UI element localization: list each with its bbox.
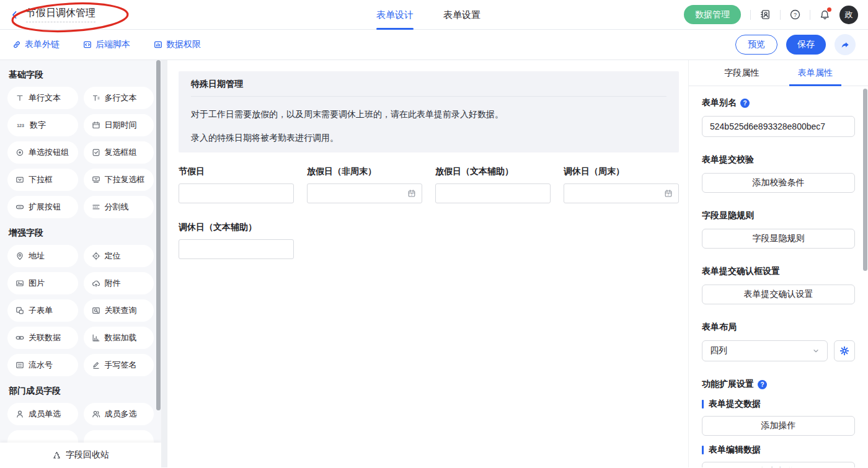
section-title: 部门成员字段	[9, 386, 153, 397]
form-alias-input[interactable]: 524b525d6e893328e800bec7	[702, 116, 855, 137]
text-input[interactable]	[435, 183, 551, 203]
field-pill-signature[interactable]: 手写签名	[84, 354, 154, 376]
divider-lines-icon	[92, 203, 100, 211]
form-toolbar: 表单外链 后端脚本 数据权限 预览 保存	[0, 30, 868, 60]
add-check-condition-button[interactable]: 添加校验条件	[702, 173, 855, 193]
calendar-7-icon: 7	[664, 189, 673, 198]
form-alias-label: 表单别名	[702, 97, 737, 108]
submit-confirm-button[interactable]: 表单提交确认设置	[702, 285, 855, 304]
field-pill-member-single[interactable]: 成员单选	[7, 403, 78, 425]
svg-text:?: ?	[794, 12, 797, 18]
canvas-field-holiday[interactable]: 节假日	[179, 166, 294, 203]
field-pill-attachment[interactable]: 附件	[84, 272, 154, 294]
backend-script-button[interactable]: 后端脚本	[83, 39, 130, 50]
card-text-line2: 录入的特殊日期将被考勤表进行调用。	[191, 131, 666, 144]
field-pill-location[interactable]: 定位	[84, 245, 154, 267]
text-input[interactable]	[179, 183, 294, 203]
calendar-7-icon: 7	[407, 189, 416, 198]
save-button[interactable]: 保存	[786, 35, 826, 55]
field-pill-radio-group[interactable]: 单选按钮组	[7, 141, 78, 164]
tab-form-design[interactable]: 表单设计	[376, 0, 414, 30]
description-card[interactable]: 特殊日期管理 对于工作日需要放假的，以及周末需要调休上班的，请在此表单提前录入好…	[179, 71, 679, 152]
add-submit-action-button[interactable]: 添加操作	[702, 416, 855, 436]
crosshair-icon	[92, 252, 100, 260]
avatar[interactable]: 政	[839, 6, 858, 24]
multiline-text-icon	[92, 94, 100, 102]
sidebar-scrollbar[interactable]	[156, 60, 161, 410]
layout-settings-button[interactable]	[834, 340, 855, 361]
field-pill-number[interactable]: 123数字	[7, 114, 78, 136]
text-input[interactable]	[179, 239, 294, 259]
field-pill-address[interactable]: 地址	[7, 245, 78, 267]
field-pill-image[interactable]: 图片	[7, 272, 78, 294]
canvas-field-workday-text[interactable]: 调休日（文本辅助）	[179, 222, 294, 259]
field-pill-select[interactable]: 下拉框	[7, 169, 78, 191]
field-pill-multiline-text[interactable]: 多行文本	[84, 87, 154, 109]
svg-text:7: 7	[668, 193, 670, 196]
address-book-icon[interactable]	[760, 9, 771, 20]
subform-icon	[16, 306, 24, 315]
form-layout-label: 表单布局	[702, 322, 855, 333]
person-icon	[16, 410, 24, 418]
add-edit-action-button[interactable]: 添加操作	[702, 462, 855, 467]
cloud-upload-icon	[92, 279, 100, 288]
canvas-field-workday-weekend[interactable]: 调休日（周末） 7	[564, 166, 679, 203]
field-pill-linked-query[interactable]: 关联查询	[84, 299, 154, 322]
divider	[810, 10, 810, 20]
radio-icon	[16, 148, 24, 157]
notification-bell-icon[interactable]	[820, 9, 830, 20]
map-pin-icon	[16, 252, 24, 260]
section-title: 基础字段	[9, 69, 153, 81]
share-button[interactable]	[835, 34, 856, 55]
panel-scrollbar[interactable]	[863, 89, 867, 271]
svg-text:123: 123	[17, 123, 24, 128]
external-link-button[interactable]: 表单外链	[12, 39, 60, 50]
help-badge-icon[interactable]: ?	[758, 380, 767, 389]
layout-select[interactable]: 四列	[702, 340, 828, 361]
button-icon	[16, 203, 24, 211]
divider	[780, 10, 781, 20]
checkbox-icon	[92, 148, 100, 157]
canvas-field-dayoff-nonweekend[interactable]: 放假日（非周末） 7	[307, 166, 422, 203]
field-pill-subform[interactable]: 子表单	[7, 299, 78, 322]
single-line-text-icon	[16, 94, 24, 102]
field-pill-datetime[interactable]: 日期时间	[84, 114, 154, 136]
field-library-sidebar: 基础字段 单行文本 多行文本 123数字 日期时间 单选按钮组 复选框组 下拉框…	[0, 60, 161, 467]
field-pill-data-load[interactable]: 数据加载	[84, 327, 154, 349]
submit-check-label: 表单提交校验	[702, 154, 855, 166]
divider	[161, 60, 167, 467]
field-pill-single-line-text[interactable]: 单行文本	[7, 87, 78, 109]
submit-confirm-label: 表单提交确认框设置	[702, 266, 855, 277]
field-pill-serial-number[interactable]: 流水号	[7, 354, 78, 376]
data-permission-button[interactable]: 数据权限	[154, 39, 201, 50]
calendar-icon	[92, 121, 100, 130]
form-title[interactable]: 节假日调休管理	[26, 7, 95, 22]
canvas-field-dayoff-text[interactable]: 放假日（文本辅助）	[435, 166, 551, 203]
field-pill-multi-select[interactable]: 下拉复选框	[84, 169, 154, 191]
field-pill-checkbox-group[interactable]: 复选框组	[84, 141, 154, 164]
divider	[191, 96, 666, 97]
form-canvas: 特殊日期管理 对于工作日需要放假的，以及周末需要调休上班的，请在此表单提前录入好…	[167, 60, 688, 467]
tab-field-properties[interactable]: 字段属性	[720, 60, 763, 86]
field-recycle-bin[interactable]: 字段回收站	[0, 443, 161, 467]
field-pill-member-multi[interactable]: 成员多选	[84, 403, 154, 425]
date-input[interactable]: 7	[307, 183, 422, 203]
permission-icon	[154, 40, 162, 49]
data-manage-button[interactable]: 数据管理	[684, 5, 741, 24]
help-badge-icon[interactable]: ?	[740, 99, 750, 108]
preview-button[interactable]: 预览	[735, 35, 777, 55]
field-pill-linked-data[interactable]: 关联数据	[7, 327, 78, 349]
edit-data-label: 表单编辑数据	[702, 444, 855, 456]
tab-form-properties[interactable]: 表单属性	[794, 60, 836, 86]
field-pill-divider[interactable]: 分割线	[84, 196, 154, 218]
date-input[interactable]: 7	[564, 183, 679, 203]
visibility-rule-button[interactable]: 字段显隐规则	[702, 229, 855, 249]
help-icon[interactable]: ?	[790, 9, 800, 20]
back-icon[interactable]	[10, 10, 20, 20]
field-pill-extend-button[interactable]: 扩展按钮	[7, 196, 78, 218]
tab-form-settings[interactable]: 表单设置	[443, 0, 480, 30]
card-title: 特殊日期管理	[191, 79, 666, 90]
visibility-rule-label: 字段显隐规则	[702, 210, 855, 221]
divider	[750, 10, 751, 20]
serial-number-icon	[16, 361, 24, 369]
